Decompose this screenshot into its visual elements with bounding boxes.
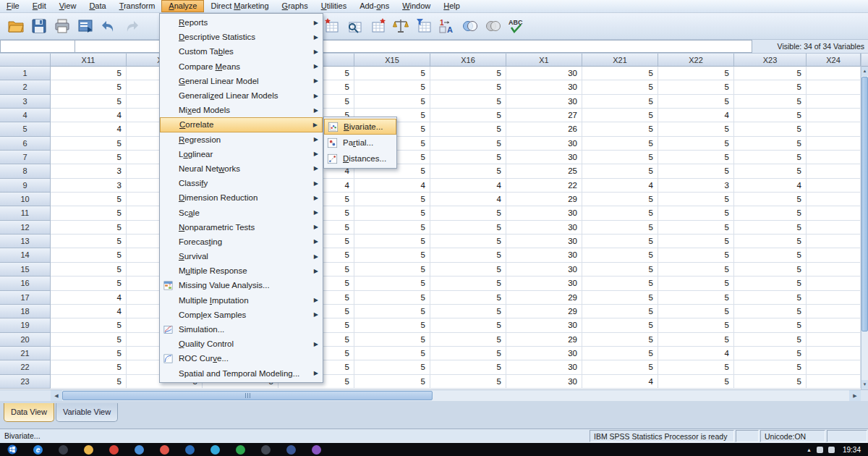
row-header-20[interactable]: 20: [0, 333, 51, 347]
opera-icon[interactable]: [109, 445, 119, 455]
cell-x15-row3[interactable]: 5: [354, 95, 430, 109]
cell-x11-row18[interactable]: 4: [51, 305, 127, 318]
cell-x11-row17[interactable]: 4: [51, 291, 127, 305]
cell-reference-box[interactable]: [0, 40, 75, 53]
cell-x11-row20[interactable]: 5: [51, 333, 127, 347]
taskbar-app-icon-10[interactable]: [261, 445, 271, 455]
menu-item-loglinear[interactable]: Loglinear▶: [160, 147, 323, 161]
menu-item-multiple-imputation[interactable]: Multiple Imputation▶: [160, 293, 323, 308]
cell-x23-row16[interactable]: 5: [734, 276, 807, 290]
cell-x22-row1[interactable]: 5: [658, 67, 734, 80]
menubar-item-window[interactable]: Window: [396, 0, 437, 12]
menu-item-regression[interactable]: Regression▶: [160, 132, 323, 147]
toolbar-button-recall-dialogs[interactable]: [74, 15, 97, 37]
cell-x16-row18[interactable]: 5: [430, 305, 506, 318]
cell-x22-row11[interactable]: 5: [658, 206, 734, 220]
cell-x16-row15[interactable]: 5: [430, 263, 506, 276]
submenu-item-distances[interactable]: Distances...: [324, 151, 396, 166]
cell-x1-row6[interactable]: 30: [506, 137, 582, 151]
cell-x24-row17[interactable]: [807, 291, 861, 305]
cell-x23-row2[interactable]: 5: [734, 80, 807, 94]
toolbar-button-show-variables[interactable]: [482, 15, 505, 37]
cell-x23-row12[interactable]: 5: [734, 221, 807, 235]
menu-item-spatial-and-temporal-modeling[interactable]: Spatial and Temporal Modeling...▶: [160, 366, 323, 381]
cell-x16-row20[interactable]: 5: [430, 333, 506, 347]
cell-x11-row22[interactable]: 5: [51, 360, 127, 374]
cell-x21-row6[interactable]: 5: [582, 137, 658, 151]
column-header-x23[interactable]: X23: [734, 54, 807, 67]
cell-x24-row22[interactable]: [807, 360, 861, 374]
cell-x21-row2[interactable]: 5: [582, 80, 658, 94]
cell-x11-row11[interactable]: 5: [51, 206, 127, 220]
column-header-x21[interactable]: X21: [582, 54, 658, 67]
cell-x23-row13[interactable]: 5: [734, 235, 807, 248]
cell-x24-row4[interactable]: [807, 109, 861, 122]
cell-x1-row4[interactable]: 27: [506, 109, 582, 122]
cell-x16-row6[interactable]: 5: [430, 137, 506, 151]
cell-x16-row21[interactable]: 5: [430, 347, 506, 360]
menu-item-simulation[interactable]: Simulation...: [160, 322, 323, 337]
taskbar-app-icon-11[interactable]: [286, 445, 296, 455]
row-header-12[interactable]: 12: [0, 221, 51, 235]
cell-x15-row21[interactable]: 5: [354, 347, 430, 360]
cell-x21-row20[interactable]: 5: [582, 333, 658, 347]
cell-x22-row16[interactable]: 5: [658, 276, 734, 290]
menu-item-neural-networks[interactable]: Neural Networks▶: [160, 161, 323, 176]
cell-x11-row3[interactable]: 5: [51, 95, 127, 109]
cell-x21-row22[interactable]: 5: [582, 360, 658, 374]
menu-item-nonparametric-tests[interactable]: Nonparametric Tests▶: [160, 220, 323, 235]
cell-x21-row1[interactable]: 5: [582, 67, 658, 80]
cell-x16-row2[interactable]: 5: [430, 80, 506, 94]
row-header-10[interactable]: 10: [0, 193, 51, 206]
cell-x23-row21[interactable]: 5: [734, 347, 807, 360]
menubar-item-edit[interactable]: Edit: [26, 0, 53, 12]
cell-x15-row13[interactable]: 5: [354, 235, 430, 248]
menu-item-scale[interactable]: Scale▶: [160, 205, 323, 219]
cell-x23-row10[interactable]: 5: [734, 193, 807, 206]
cell-x23-row14[interactable]: 5: [734, 248, 807, 262]
row-header-17[interactable]: 17: [0, 291, 51, 305]
cell-x1-row16[interactable]: 30: [506, 276, 582, 290]
scroll-up-arrow-icon[interactable]: ▲: [861, 67, 868, 76]
vertical-scrollbar[interactable]: ▲ ▼: [861, 54, 868, 389]
cell-x21-row8[interactable]: 5: [582, 164, 658, 178]
tray-volume-icon[interactable]: [828, 447, 835, 453]
horizontal-scroll-thumb[interactable]: [62, 391, 433, 400]
cell-x16-row16[interactable]: 5: [430, 276, 506, 290]
cell-x11-row10[interactable]: 5: [51, 193, 127, 206]
cell-x24-row12[interactable]: [807, 221, 861, 235]
cell-x1-row10[interactable]: 29: [506, 193, 582, 206]
cell-x24-row18[interactable]: [807, 305, 861, 318]
taskbar-app-icon-7[interactable]: [185, 445, 195, 455]
cell-x1-row22[interactable]: 30: [506, 360, 582, 374]
cell-x15-row23[interactable]: 5: [354, 375, 430, 389]
toolbar-button-save[interactable]: [27, 15, 51, 37]
cell-x24-row23[interactable]: [807, 375, 861, 389]
cell-x21-row12[interactable]: 5: [582, 221, 658, 235]
cell-x23-row9[interactable]: 4: [734, 179, 807, 193]
cell-x24-row14[interactable]: [807, 248, 861, 262]
cell-x23-row11[interactable]: 5: [734, 206, 807, 220]
cell-x1-row3[interactable]: 30: [506, 95, 582, 109]
cell-x1-row12[interactable]: 30: [506, 221, 582, 235]
cell-x1-row9[interactable]: 22: [506, 179, 582, 193]
column-header-x11[interactable]: X11: [51, 54, 127, 67]
cell-x16-row13[interactable]: 5: [430, 235, 506, 248]
cell-x24-row6[interactable]: [807, 137, 861, 151]
toolbar-button-undo[interactable]: [97, 15, 120, 37]
cell-x11-row9[interactable]: 3: [51, 179, 127, 193]
cell-x16-row14[interactable]: 5: [430, 248, 506, 262]
toolbar-button-insert-variable[interactable]: [366, 15, 389, 37]
cell-x16-row1[interactable]: 5: [430, 67, 506, 80]
cell-x11-row15[interactable]: 5: [51, 263, 127, 276]
cell-x22-row6[interactable]: 5: [658, 137, 734, 151]
cell-x22-row7[interactable]: 5: [658, 151, 734, 164]
cell-x23-row19[interactable]: 5: [734, 318, 807, 332]
cell-x24-row3[interactable]: [807, 95, 861, 109]
cell-x22-row5[interactable]: 5: [658, 122, 734, 136]
chrome-icon[interactable]: [135, 445, 144, 455]
row-header-21[interactable]: 21: [0, 347, 51, 360]
row-header-1[interactable]: 1: [0, 67, 51, 80]
cell-x22-row20[interactable]: 5: [658, 333, 734, 347]
menu-item-mixed-models[interactable]: Mixed Models▶: [160, 103, 323, 117]
